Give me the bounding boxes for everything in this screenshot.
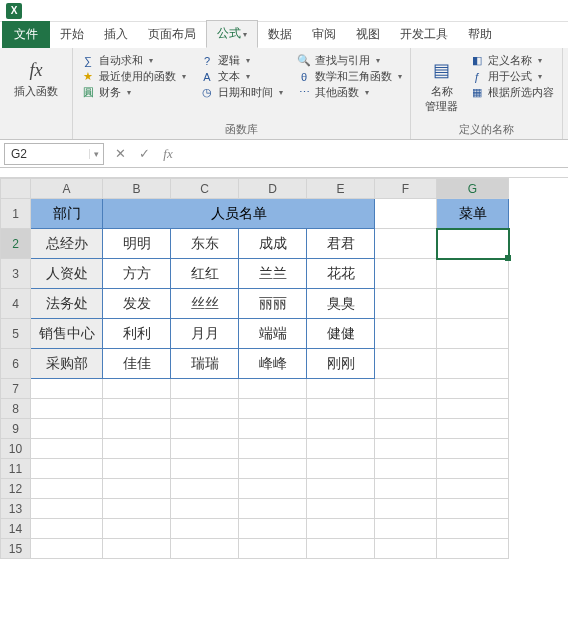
cell[interactable] bbox=[437, 259, 509, 289]
cell[interactable]: 瑞瑞 bbox=[171, 349, 239, 379]
select-all-corner[interactable] bbox=[1, 179, 31, 199]
tab-data[interactable]: 数据 bbox=[258, 22, 302, 48]
other-fn-button[interactable]: ⋯其他函数▾ bbox=[297, 85, 402, 100]
cell[interactable]: 人资处 bbox=[31, 259, 103, 289]
cell[interactable]: 成成 bbox=[239, 229, 307, 259]
row-header[interactable]: 14 bbox=[1, 519, 31, 539]
from-selection-button[interactable]: ▦根据所选内容 bbox=[470, 85, 554, 100]
cell[interactable]: 东东 bbox=[171, 229, 239, 259]
col-header[interactable]: A bbox=[31, 179, 103, 199]
cell[interactable]: 健健 bbox=[307, 319, 375, 349]
text-button[interactable]: A文本▾ bbox=[200, 69, 283, 84]
col-header[interactable]: F bbox=[375, 179, 437, 199]
col-header[interactable]: B bbox=[103, 179, 171, 199]
cell[interactable]: 月月 bbox=[171, 319, 239, 349]
cell[interactable] bbox=[375, 319, 437, 349]
spreadsheet[interactable]: A B C D E F G 1 部门 人员名单 菜单 2 总经办 明明 东东 成… bbox=[0, 178, 509, 559]
row-header[interactable]: 4 bbox=[1, 289, 31, 319]
name-manager-button[interactable]: ▤ 名称 管理器 bbox=[419, 52, 464, 118]
cell[interactable]: 刚刚 bbox=[307, 349, 375, 379]
autosum-button[interactable]: ∑自动求和▾ bbox=[81, 53, 186, 68]
cell[interactable] bbox=[375, 229, 437, 259]
tab-file[interactable]: 文件 bbox=[2, 21, 50, 48]
fn-library-label: 函数库 bbox=[81, 120, 402, 137]
col-header[interactable]: E bbox=[307, 179, 375, 199]
cell[interactable]: 峰峰 bbox=[239, 349, 307, 379]
cell[interactable]: 利利 bbox=[103, 319, 171, 349]
row-header[interactable]: 7 bbox=[1, 379, 31, 399]
cell[interactable]: 花花 bbox=[307, 259, 375, 289]
logical-button[interactable]: ?逻辑▾ bbox=[200, 53, 283, 68]
cell[interactable]: 丽丽 bbox=[239, 289, 307, 319]
cell[interactable] bbox=[437, 349, 509, 379]
lookup-button[interactable]: 🔍查找与引用▾ bbox=[297, 53, 402, 68]
cell[interactable]: 明明 bbox=[103, 229, 171, 259]
col-header[interactable]: D bbox=[239, 179, 307, 199]
row-header[interactable]: 13 bbox=[1, 499, 31, 519]
row-header[interactable]: 8 bbox=[1, 399, 31, 419]
row-header[interactable]: 11 bbox=[1, 459, 31, 479]
tab-help[interactable]: 帮助 bbox=[458, 22, 502, 48]
row-header[interactable]: 2 bbox=[1, 229, 31, 259]
cell[interactable]: 发发 bbox=[103, 289, 171, 319]
cell[interactable] bbox=[375, 259, 437, 289]
row-header[interactable]: 9 bbox=[1, 419, 31, 439]
cell[interactable]: 总经办 bbox=[31, 229, 103, 259]
formula-input[interactable] bbox=[180, 143, 568, 165]
recent-fn-button[interactable]: ★最近使用的函数▾ bbox=[81, 69, 186, 84]
row-header[interactable]: 12 bbox=[1, 479, 31, 499]
tab-insert[interactable]: 插入 bbox=[94, 22, 138, 48]
cell[interactable]: 红红 bbox=[171, 259, 239, 289]
tab-view[interactable]: 视图 bbox=[346, 22, 390, 48]
tab-home[interactable]: 开始 bbox=[50, 22, 94, 48]
row-header[interactable]: 3 bbox=[1, 259, 31, 289]
cell[interactable] bbox=[375, 349, 437, 379]
cell[interactable]: 人员名单 bbox=[103, 199, 375, 229]
tab-review[interactable]: 审阅 bbox=[302, 22, 346, 48]
math-button[interactable]: θ数学和三角函数▾ bbox=[297, 69, 402, 84]
chevron-down-icon[interactable]: ▾ bbox=[89, 149, 103, 159]
cell[interactable]: 部门 bbox=[31, 199, 103, 229]
cell[interactable]: 法务处 bbox=[31, 289, 103, 319]
defined-names-label: 定义的名称 bbox=[419, 120, 554, 137]
row-header[interactable]: 10 bbox=[1, 439, 31, 459]
financial-button[interactable]: 圓财务▾ bbox=[81, 85, 186, 100]
cell[interactable]: 臭臭 bbox=[307, 289, 375, 319]
cell[interactable]: 佳佳 bbox=[103, 349, 171, 379]
cell[interactable]: 销售中心 bbox=[31, 319, 103, 349]
tab-formula[interactable]: 公式▾ bbox=[206, 20, 258, 48]
formula-bar: G2 ▾ ✕ ✓ fx bbox=[0, 140, 568, 168]
name-box[interactable]: G2 ▾ bbox=[4, 143, 104, 165]
cell[interactable] bbox=[31, 379, 103, 399]
fill-handle[interactable] bbox=[505, 255, 511, 261]
tab-layout[interactable]: 页面布局 bbox=[138, 22, 206, 48]
theta-icon: θ bbox=[297, 70, 311, 84]
cell[interactable]: 方方 bbox=[103, 259, 171, 289]
row-header[interactable]: 1 bbox=[1, 199, 31, 229]
use-in-formula-button[interactable]: ƒ用于公式▾ bbox=[470, 69, 554, 84]
datetime-button[interactable]: ◷日期和时间▾ bbox=[200, 85, 283, 100]
fx-button[interactable]: fx bbox=[156, 146, 180, 162]
cell[interactable]: 君君 bbox=[307, 229, 375, 259]
tab-dev[interactable]: 开发工具 bbox=[390, 22, 458, 48]
cell[interactable] bbox=[437, 319, 509, 349]
cell[interactable]: 采购部 bbox=[31, 349, 103, 379]
cell[interactable]: 端端 bbox=[239, 319, 307, 349]
cell[interactable] bbox=[375, 289, 437, 319]
cell[interactable] bbox=[375, 199, 437, 229]
insert-function-button[interactable]: fx 插入函数 bbox=[8, 52, 64, 103]
cell[interactable]: 丝丝 bbox=[171, 289, 239, 319]
define-name-button[interactable]: ◧定义名称▾ bbox=[470, 53, 554, 68]
sigma-icon: ∑ bbox=[81, 54, 95, 68]
cell[interactable]: 兰兰 bbox=[239, 259, 307, 289]
confirm-button[interactable]: ✓ bbox=[132, 146, 156, 161]
cell[interactable]: 菜单 bbox=[437, 199, 509, 229]
cancel-button[interactable]: ✕ bbox=[108, 146, 132, 161]
col-header[interactable]: G bbox=[437, 179, 509, 199]
cell[interactable] bbox=[437, 289, 509, 319]
active-cell[interactable] bbox=[437, 229, 509, 259]
row-header[interactable]: 15 bbox=[1, 539, 31, 559]
row-header[interactable]: 6 bbox=[1, 349, 31, 379]
col-header[interactable]: C bbox=[171, 179, 239, 199]
row-header[interactable]: 5 bbox=[1, 319, 31, 349]
